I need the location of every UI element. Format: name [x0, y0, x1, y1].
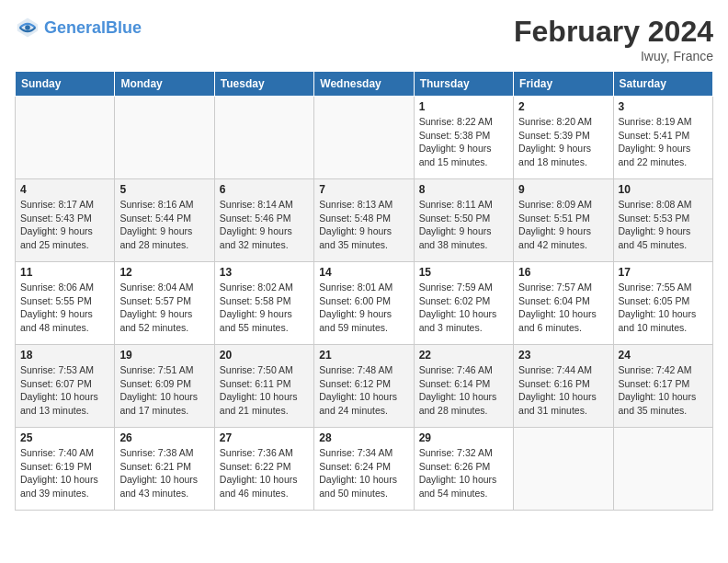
- day-number: 29: [419, 431, 508, 444]
- day-info: Sunrise: 8:13 AM Sunset: 5:48 PM Dayligh…: [319, 198, 408, 252]
- calendar-cell: 23Sunrise: 7:44 AM Sunset: 6:16 PM Dayli…: [514, 345, 613, 428]
- calendar-cell: 5Sunrise: 8:16 AM Sunset: 5:44 PM Daylig…: [115, 179, 214, 262]
- day-number: 23: [518, 349, 608, 362]
- day-info: Sunrise: 7:53 AM Sunset: 6:07 PM Dayligh…: [20, 363, 109, 418]
- calendar-cell: [514, 428, 613, 511]
- calendar-cell: 11Sunrise: 8:06 AM Sunset: 5:55 PM Dayli…: [16, 262, 115, 345]
- day-info: Sunrise: 8:14 AM Sunset: 5:46 PM Dayligh…: [220, 198, 309, 252]
- day-number: 12: [119, 266, 209, 279]
- calendar-cell: 22Sunrise: 7:46 AM Sunset: 6:14 PM Dayli…: [414, 345, 513, 428]
- day-number: 7: [319, 183, 408, 196]
- calendar-cell: [214, 97, 313, 179]
- calendar-cell: 2Sunrise: 8:20 AM Sunset: 5:39 PM Daylig…: [514, 97, 613, 179]
- page-header: GeneralBlue February 2024 Iwuy, France: [15, 15, 713, 63]
- calendar-cell: 26Sunrise: 7:38 AM Sunset: 6:21 PM Dayli…: [115, 428, 214, 511]
- day-info: Sunrise: 8:11 AM Sunset: 5:50 PM Dayligh…: [419, 198, 508, 252]
- calendar-cell: 17Sunrise: 7:55 AM Sunset: 6:05 PM Dayli…: [613, 262, 712, 345]
- day-info: Sunrise: 7:42 AM Sunset: 6:17 PM Dayligh…: [619, 363, 708, 418]
- day-info: Sunrise: 7:38 AM Sunset: 6:21 PM Dayligh…: [119, 446, 209, 500]
- calendar-cell: 6Sunrise: 8:14 AM Sunset: 5:46 PM Daylig…: [214, 179, 313, 262]
- day-info: Sunrise: 7:59 AM Sunset: 6:02 PM Dayligh…: [419, 281, 508, 335]
- day-info: Sunrise: 7:44 AM Sunset: 6:16 PM Dayligh…: [518, 363, 608, 418]
- day-info: Sunrise: 7:46 AM Sunset: 6:14 PM Dayligh…: [419, 363, 508, 418]
- header-friday: Friday: [514, 72, 613, 97]
- day-number: 14: [319, 266, 408, 279]
- calendar-cell: 12Sunrise: 8:04 AM Sunset: 5:57 PM Dayli…: [115, 262, 214, 345]
- day-info: Sunrise: 7:50 AM Sunset: 6:11 PM Dayligh…: [220, 363, 309, 418]
- day-info: Sunrise: 8:19 AM Sunset: 5:41 PM Dayligh…: [619, 115, 708, 169]
- day-number: 6: [220, 183, 309, 196]
- calendar-cell: 18Sunrise: 7:53 AM Sunset: 6:07 PM Dayli…: [16, 345, 115, 428]
- header-tuesday: Tuesday: [214, 72, 313, 97]
- logo-blue: Blue: [106, 18, 142, 37]
- day-number: 27: [220, 431, 309, 444]
- day-number: 26: [119, 431, 209, 444]
- calendar-cell: 4Sunrise: 8:17 AM Sunset: 5:43 PM Daylig…: [16, 179, 115, 262]
- day-info: Sunrise: 8:16 AM Sunset: 5:44 PM Dayligh…: [119, 198, 209, 252]
- day-info: Sunrise: 8:08 AM Sunset: 5:53 PM Dayligh…: [619, 198, 708, 252]
- header-sunday: Sunday: [16, 72, 115, 97]
- day-info: Sunrise: 8:04 AM Sunset: 5:57 PM Dayligh…: [119, 281, 209, 335]
- day-number: 1: [419, 100, 508, 113]
- calendar-week-row: 1Sunrise: 8:22 AM Sunset: 5:38 PM Daylig…: [16, 97, 713, 179]
- day-number: 11: [20, 266, 109, 279]
- calendar-cell: [314, 97, 414, 179]
- day-number: 18: [20, 349, 109, 362]
- day-info: Sunrise: 8:22 AM Sunset: 5:38 PM Dayligh…: [419, 115, 508, 169]
- calendar-cell: 13Sunrise: 8:02 AM Sunset: 5:58 PM Dayli…: [214, 262, 313, 345]
- calendar-cell: 28Sunrise: 7:34 AM Sunset: 6:24 PM Dayli…: [314, 428, 414, 511]
- calendar-cell: [115, 97, 214, 179]
- day-number: 8: [419, 183, 508, 196]
- month-title: February 2024: [514, 15, 713, 49]
- day-info: Sunrise: 7:51 AM Sunset: 6:09 PM Dayligh…: [119, 363, 209, 418]
- logo-icon: [15, 15, 40, 40]
- calendar-header-row: Sunday Monday Tuesday Wednesday Thursday…: [16, 72, 713, 97]
- day-info: Sunrise: 7:48 AM Sunset: 6:12 PM Dayligh…: [319, 363, 408, 418]
- day-info: Sunrise: 8:01 AM Sunset: 6:00 PM Dayligh…: [319, 281, 408, 335]
- day-number: 5: [119, 183, 209, 196]
- calendar-cell: 19Sunrise: 7:51 AM Sunset: 6:09 PM Dayli…: [115, 345, 214, 428]
- day-number: 4: [20, 183, 109, 196]
- header-saturday: Saturday: [613, 72, 712, 97]
- calendar-cell: 10Sunrise: 8:08 AM Sunset: 5:53 PM Dayli…: [613, 179, 712, 262]
- calendar-cell: [16, 97, 115, 179]
- day-number: 25: [20, 431, 109, 444]
- location: Iwuy, France: [514, 49, 713, 63]
- day-number: 19: [119, 349, 209, 362]
- calendar-cell: 14Sunrise: 8:01 AM Sunset: 6:00 PM Dayli…: [314, 262, 414, 345]
- svg-point-2: [25, 25, 30, 30]
- day-number: 17: [619, 266, 708, 279]
- day-info: Sunrise: 7:32 AM Sunset: 6:26 PM Dayligh…: [419, 446, 508, 500]
- logo-text: GeneralBlue: [44, 19, 142, 36]
- day-number: 22: [419, 349, 508, 362]
- calendar-cell: 21Sunrise: 7:48 AM Sunset: 6:12 PM Dayli…: [314, 345, 414, 428]
- calendar-week-row: 11Sunrise: 8:06 AM Sunset: 5:55 PM Dayli…: [16, 262, 713, 345]
- day-number: 21: [319, 349, 408, 362]
- calendar-cell: 3Sunrise: 8:19 AM Sunset: 5:41 PM Daylig…: [613, 97, 712, 179]
- logo: GeneralBlue: [15, 15, 142, 40]
- calendar-cell: 27Sunrise: 7:36 AM Sunset: 6:22 PM Dayli…: [214, 428, 313, 511]
- title-block: February 2024 Iwuy, France: [514, 15, 713, 63]
- calendar-cell: 15Sunrise: 7:59 AM Sunset: 6:02 PM Dayli…: [414, 262, 513, 345]
- calendar-cell: 7Sunrise: 8:13 AM Sunset: 5:48 PM Daylig…: [314, 179, 414, 262]
- day-number: 3: [619, 100, 708, 113]
- day-info: Sunrise: 7:55 AM Sunset: 6:05 PM Dayligh…: [619, 281, 708, 335]
- day-number: 10: [619, 183, 708, 196]
- header-thursday: Thursday: [414, 72, 513, 97]
- day-info: Sunrise: 8:20 AM Sunset: 5:39 PM Dayligh…: [518, 115, 608, 169]
- day-info: Sunrise: 7:57 AM Sunset: 6:04 PM Dayligh…: [518, 281, 608, 335]
- calendar-cell: [613, 428, 712, 511]
- day-number: 24: [619, 349, 708, 362]
- calendar-week-row: 18Sunrise: 7:53 AM Sunset: 6:07 PM Dayli…: [16, 345, 713, 428]
- calendar-cell: 1Sunrise: 8:22 AM Sunset: 5:38 PM Daylig…: [414, 97, 513, 179]
- calendar-cell: 16Sunrise: 7:57 AM Sunset: 6:04 PM Dayli…: [514, 262, 613, 345]
- day-number: 16: [518, 266, 608, 279]
- day-number: 20: [220, 349, 309, 362]
- calendar-week-row: 4Sunrise: 8:17 AM Sunset: 5:43 PM Daylig…: [16, 179, 713, 262]
- calendar-table: Sunday Monday Tuesday Wednesday Thursday…: [15, 71, 713, 511]
- day-info: Sunrise: 8:02 AM Sunset: 5:58 PM Dayligh…: [220, 281, 309, 335]
- day-number: 9: [518, 183, 608, 196]
- day-info: Sunrise: 7:36 AM Sunset: 6:22 PM Dayligh…: [220, 446, 309, 500]
- day-info: Sunrise: 7:40 AM Sunset: 6:19 PM Dayligh…: [20, 446, 109, 500]
- day-number: 2: [518, 100, 608, 113]
